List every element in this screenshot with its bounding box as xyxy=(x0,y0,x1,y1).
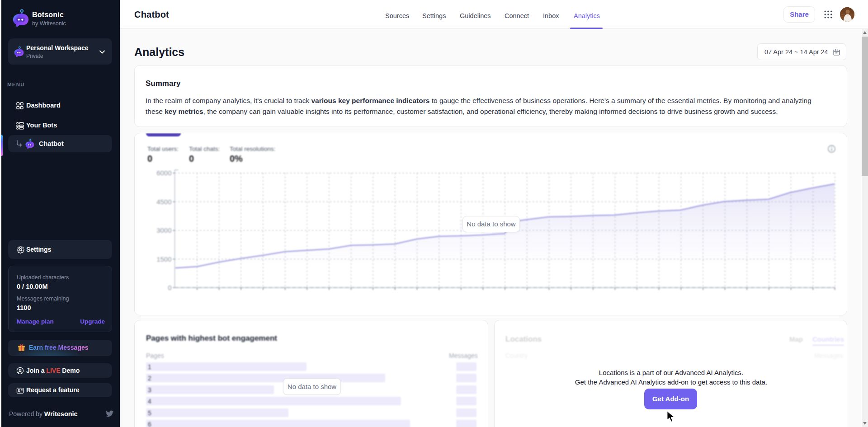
svg-text:4500: 4500 xyxy=(156,198,171,206)
svg-text:6000: 6000 xyxy=(156,169,171,177)
svg-text:1500: 1500 xyxy=(156,255,171,263)
svg-text:3000: 3000 xyxy=(156,226,171,234)
svg-text:0: 0 xyxy=(168,284,171,291)
